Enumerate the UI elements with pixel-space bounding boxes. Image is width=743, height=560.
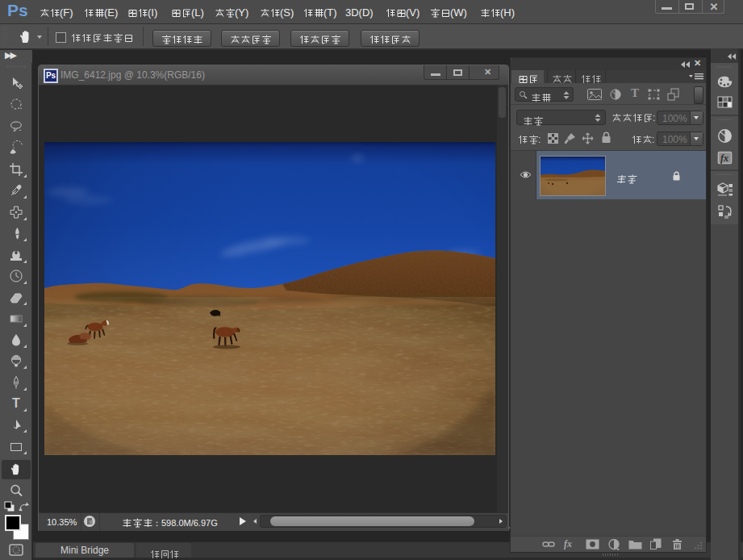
svg-text:fx: fx xyxy=(720,153,728,164)
